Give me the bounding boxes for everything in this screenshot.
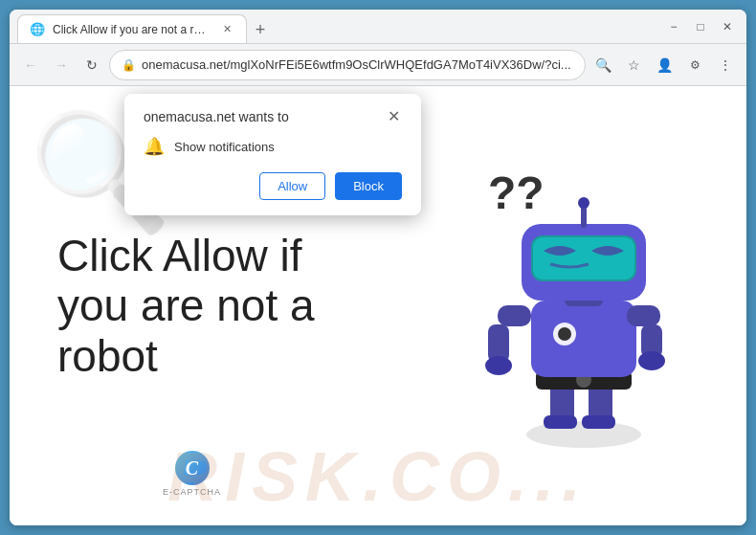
bookmark-button[interactable]: ☆	[620, 52, 647, 78]
notification-item: 🔔 Show notifications	[144, 136, 402, 157]
lock-icon: 🔒	[122, 58, 136, 72]
watermark: RISK.CO...	[167, 437, 589, 516]
svg-rect-3	[544, 415, 577, 429]
tab-favicon: 🌐	[30, 22, 45, 37]
extensions-button[interactable]: ⚙	[681, 52, 708, 78]
url-text: onemacusa.net/mglXoNrFEi5E6wtfm9OsClrWHQ…	[142, 57, 573, 72]
reload-button[interactable]: ↻	[78, 52, 105, 78]
menu-button[interactable]: ⋮	[712, 52, 739, 78]
svg-point-21	[578, 197, 589, 209]
block-button[interactable]: Block	[335, 172, 402, 200]
back-button[interactable]: ←	[17, 52, 44, 78]
notification-text: Show notifications	[174, 140, 275, 154]
title-bar: 🌐 Click Allow if you are not a robot ✕ +…	[10, 10, 746, 44]
browser-window: 🌐 Click Allow if you are not a robot ✕ +…	[10, 10, 746, 525]
forward-button[interactable]: →	[48, 52, 75, 78]
page-content: 🔍 Click Allow if you are not a robot ??	[10, 86, 746, 525]
toolbar-actions: 🔍 ☆ 👤 ⚙ ⋮	[589, 52, 739, 78]
close-button[interactable]: ✕	[716, 15, 739, 38]
tab-close-button[interactable]: ✕	[219, 22, 234, 37]
bell-icon: 🔔	[144, 136, 165, 157]
dialog-close-button[interactable]: ✕	[386, 109, 402, 124]
svg-point-15	[638, 351, 665, 370]
main-page-text: Click Allow if you are not a robot	[57, 230, 325, 382]
dialog-header: onemacusa.net wants to ✕	[144, 109, 402, 124]
svg-rect-10	[498, 305, 531, 326]
svg-rect-4	[582, 415, 615, 429]
allow-button[interactable]: Allow	[259, 172, 325, 200]
notification-dialog: onemacusa.net wants to ✕ 🔔 Show notifica…	[124, 94, 421, 215]
minimize-button[interactable]: −	[662, 15, 685, 38]
robot-illustration: ??	[478, 186, 689, 454]
svg-rect-13	[627, 305, 660, 326]
svg-rect-7	[531, 301, 636, 377]
svg-point-12	[485, 356, 512, 375]
new-tab-button[interactable]: +	[247, 16, 274, 43]
svg-rect-19	[533, 237, 634, 279]
url-bar[interactable]: 🔒 onemacusa.net/mglXoNrFEi5E6wtfm9OsClrW…	[109, 50, 586, 80]
tab-title: Click Allow if you are not a robot	[53, 23, 211, 36]
favicon-icon: 🌐	[30, 22, 45, 36]
dialog-buttons: Allow Block	[144, 172, 402, 200]
svg-point-9	[558, 327, 571, 341]
maximize-button[interactable]: □	[689, 15, 712, 38]
profile-button[interactable]: 👤	[651, 52, 678, 78]
dialog-title: onemacusa.net wants to	[144, 109, 289, 124]
active-tab[interactable]: 🌐 Click Allow if you are not a robot ✕	[17, 14, 247, 43]
window-controls: − □ ✕	[662, 15, 739, 38]
tabs-area: 🌐 Click Allow if you are not a robot ✕ +	[17, 10, 662, 43]
search-button[interactable]: 🔍	[589, 52, 616, 78]
robot-svg	[478, 186, 689, 454]
address-bar: ← → ↻ 🔒 onemacusa.net/mglXoNrFEi5E6wtfm9…	[10, 44, 746, 86]
